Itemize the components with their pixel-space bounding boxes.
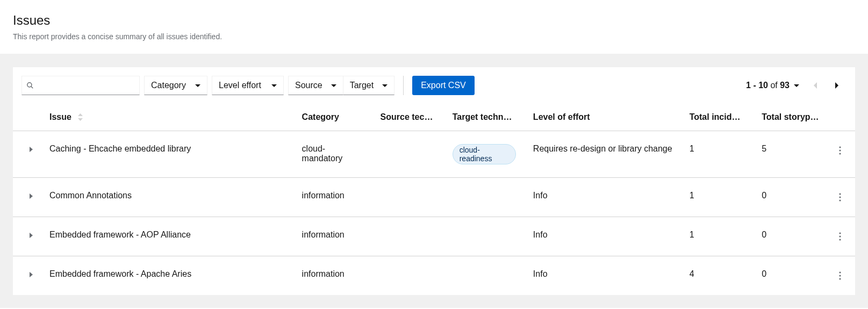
col-issue[interactable]: Issue bbox=[41, 104, 293, 131]
row-actions-button[interactable] bbox=[834, 269, 847, 282]
sort-icon bbox=[78, 113, 83, 121]
cell-effort: Info bbox=[525, 217, 681, 256]
table-row: Common AnnotationsinformationInfo10 bbox=[13, 178, 855, 217]
svg-line-1 bbox=[31, 87, 33, 89]
target-badge: cloud-readiness bbox=[453, 144, 516, 164]
search-input[interactable] bbox=[34, 81, 135, 90]
svg-point-7 bbox=[840, 199, 841, 201]
chevron-right-icon bbox=[29, 232, 33, 239]
pagination-prev-button[interactable] bbox=[806, 76, 825, 95]
table-body: Caching - Ehcache embedded librarycloud-… bbox=[13, 131, 855, 296]
kebab-icon bbox=[839, 193, 841, 202]
filter-target-label: Target bbox=[350, 81, 374, 90]
filter-source-label: Source bbox=[295, 81, 322, 90]
chevron-right-icon bbox=[29, 193, 33, 199]
col-incidents[interactable]: Total incidents bbox=[681, 104, 754, 131]
cell-issue: Embedded framework - Apache Aries bbox=[41, 256, 293, 296]
table-row: Caching - Ehcache embedded librarycloud-… bbox=[13, 131, 855, 178]
cell-category: information bbox=[293, 178, 372, 217]
content-area: Category Level effort Source Target Expo… bbox=[0, 54, 868, 308]
cell-storypoints: 0 bbox=[753, 178, 829, 217]
col-actions bbox=[829, 104, 855, 131]
pagination-text: 1 - 10 of 93 bbox=[746, 81, 790, 90]
cell-source bbox=[372, 178, 444, 217]
search-field[interactable] bbox=[21, 76, 140, 95]
svg-point-3 bbox=[840, 149, 841, 151]
expand-row-button[interactable] bbox=[26, 230, 37, 241]
pagination: 1 - 10 of 93 bbox=[742, 76, 847, 95]
page-title: Issues bbox=[13, 13, 855, 28]
table-header: Issue Category Source technology Target … bbox=[13, 104, 855, 131]
cell-target: cloud-readiness bbox=[444, 131, 525, 178]
cell-incidents: 4 bbox=[681, 256, 754, 296]
expand-row-button[interactable] bbox=[26, 144, 37, 155]
caret-down-icon bbox=[195, 84, 200, 87]
kebab-icon bbox=[839, 232, 841, 241]
cell-effort: Info bbox=[525, 178, 681, 217]
svg-point-9 bbox=[840, 235, 841, 237]
row-actions-button[interactable] bbox=[834, 230, 847, 243]
row-actions-button[interactable] bbox=[834, 144, 847, 157]
cell-category: information bbox=[293, 256, 372, 296]
chevron-right-icon bbox=[834, 81, 840, 90]
caret-down-icon bbox=[271, 84, 277, 87]
cell-source bbox=[372, 131, 444, 178]
caret-down-icon bbox=[382, 84, 388, 87]
chevron-right-icon bbox=[29, 146, 33, 153]
cell-storypoints: 5 bbox=[753, 131, 829, 178]
cell-source bbox=[372, 256, 444, 296]
filter-category-dropdown[interactable]: Category bbox=[144, 76, 207, 95]
cell-storypoints: 0 bbox=[753, 217, 829, 256]
chevron-left-icon bbox=[813, 81, 818, 90]
cell-issue: Common Annotations bbox=[41, 178, 293, 217]
filter-level-effort-dropdown[interactable]: Level effort bbox=[212, 76, 284, 95]
svg-point-13 bbox=[840, 278, 841, 279]
page-subtitle: This report provides a concise summary o… bbox=[13, 32, 855, 41]
pagination-info-dropdown[interactable]: 1 - 10 of 93 bbox=[742, 77, 804, 94]
kebab-icon bbox=[839, 271, 841, 280]
filter-category-label: Category bbox=[151, 81, 186, 90]
svg-point-12 bbox=[840, 275, 841, 276]
expand-row-button[interactable] bbox=[26, 191, 37, 202]
source-target-group: Source Target bbox=[288, 76, 394, 95]
filter-source-dropdown[interactable]: Source bbox=[288, 76, 343, 95]
expand-row-button[interactable] bbox=[26, 269, 37, 280]
col-category[interactable]: Category bbox=[293, 104, 372, 131]
row-actions-button[interactable] bbox=[834, 191, 847, 204]
table-row: Embedded framework - AOP Allianceinforma… bbox=[13, 217, 855, 256]
filter-target-dropdown[interactable]: Target bbox=[343, 76, 394, 95]
table-row: Embedded framework - Apache Ariesinforma… bbox=[13, 256, 855, 296]
cell-target bbox=[444, 256, 525, 296]
svg-point-8 bbox=[840, 232, 841, 234]
chevron-right-icon bbox=[29, 271, 33, 278]
col-target[interactable]: Target technology bbox=[444, 104, 525, 131]
cell-source bbox=[372, 217, 444, 256]
filter-level-effort-label: Level effort bbox=[219, 81, 261, 90]
cell-category: cloud-mandatory bbox=[293, 131, 372, 178]
cell-effort: Requires re-design or library change bbox=[525, 131, 681, 178]
svg-point-6 bbox=[840, 196, 841, 198]
pagination-next-button[interactable] bbox=[827, 76, 847, 95]
cell-storypoints: 0 bbox=[753, 256, 829, 296]
svg-point-2 bbox=[840, 146, 841, 148]
cell-target bbox=[444, 178, 525, 217]
search-icon bbox=[26, 82, 34, 89]
toolbar-divider bbox=[403, 76, 404, 95]
pagination-of: of bbox=[770, 81, 777, 90]
caret-down-icon bbox=[331, 84, 336, 87]
svg-point-10 bbox=[840, 239, 841, 240]
cell-category: information bbox=[293, 217, 372, 256]
col-issue-label: Issue bbox=[49, 112, 71, 122]
cell-incidents: 1 bbox=[681, 178, 754, 217]
col-storypoints[interactable]: Total storypoints bbox=[753, 104, 829, 131]
col-effort[interactable]: Level of effort bbox=[525, 104, 681, 131]
col-source[interactable]: Source technology bbox=[372, 104, 444, 131]
cell-issue: Caching - Ehcache embedded library bbox=[41, 131, 293, 178]
cell-issue: Embedded framework - AOP Alliance bbox=[41, 217, 293, 256]
issues-table: Issue Category Source technology Target … bbox=[13, 104, 855, 295]
page-header: Issues This report provides a concise su… bbox=[0, 0, 868, 54]
pagination-total: 93 bbox=[780, 81, 790, 90]
export-csv-button[interactable]: Export CSV bbox=[412, 76, 475, 95]
col-expand bbox=[13, 104, 41, 131]
svg-point-0 bbox=[27, 83, 32, 87]
